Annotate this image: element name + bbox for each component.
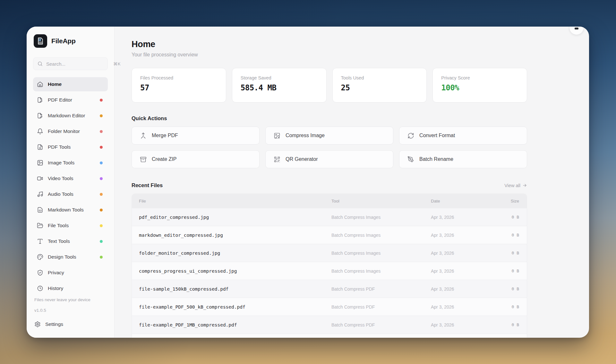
search-input[interactable] — [46, 61, 110, 67]
floating-circle-button[interactable] — [569, 27, 584, 35]
file-pen-icon — [37, 97, 43, 103]
qr-code-icon — [274, 156, 280, 163]
sidebar-item-image-tools[interactable]: Image Tools — [33, 156, 108, 170]
table-row[interactable]: pdf_editor_compressed.jpg Batch Compress… — [132, 208, 527, 226]
table-body: pdf_editor_compressed.jpg Batch Compress… — [132, 208, 527, 338]
file-code-icon — [37, 207, 43, 213]
app-version: v1.0.5 — [34, 308, 108, 313]
sidebar-item-markdown-editor[interactable]: Markdown Editor — [33, 109, 108, 123]
app-title: FileApp — [51, 37, 76, 45]
status-dot — [100, 256, 103, 259]
column-header-size: Size — [500, 199, 527, 203]
sidebar-item-label: Markdown Tools — [48, 207, 95, 213]
quick-actions-grid: Merge PDF Compress Image Convert Format … — [132, 127, 527, 168]
cell-date: Apr 3, 2026 — [431, 322, 500, 327]
quick-action-label: Batch Rename — [419, 156, 453, 162]
status-dot — [100, 224, 103, 227]
search-box[interactable]: ⌘K — [33, 57, 108, 70]
refresh-icon — [407, 132, 414, 139]
batch-rename-button[interactable]: Batch Rename — [399, 150, 527, 168]
table-row[interactable]: file-example_PDF_500_kB_compressed.pdf B… — [132, 298, 527, 316]
sidebar-item-label: Folder Monitor — [48, 128, 95, 134]
sidebar-item-video-tools[interactable]: Video Tools — [33, 171, 108, 186]
shield-check-icon — [37, 269, 43, 276]
cell-size: 0 B — [500, 322, 527, 327]
cell-size: 0 B — [500, 251, 527, 255]
page-title: Home — [132, 39, 527, 49]
sidebar-item-home[interactable]: Home — [33, 77, 108, 91]
cell-date: Apr 3, 2026 — [431, 286, 500, 292]
sidebar-item-label: Image Tools — [48, 160, 95, 166]
stat-card-storage-saved: Storage Saved 585.4 MB — [232, 68, 327, 103]
sidebar-item-file-tools[interactable]: File Tools — [33, 219, 108, 233]
cell-tool: Batch Compress PDF — [331, 286, 431, 292]
cell-file: file-sample_150kB_compressed.pdf — [132, 286, 331, 292]
create-zip-button[interactable]: Create ZIP — [132, 150, 260, 168]
cell-file: file-example_PDF_1MB_compressed.pdf — [132, 322, 331, 327]
archive-icon — [140, 156, 147, 163]
main-content: Home Your file processing overview Files… — [115, 27, 589, 338]
cell-tool: Batch Compress Images — [331, 233, 431, 238]
quick-action-label: Merge PDF — [152, 133, 178, 138]
qr-generator-button[interactable]: QR Generator — [265, 150, 393, 168]
table-row[interactable]: pdf_editor_compressed.jpg Batch Compress… — [132, 334, 527, 338]
status-dot — [100, 161, 103, 164]
column-header-tool: Tool — [331, 199, 431, 203]
sidebar-item-text-tools[interactable]: Text Tools — [33, 234, 108, 248]
quick-actions-title: Quick Actions — [132, 115, 527, 121]
status-dot — [100, 209, 103, 211]
cell-tool: Batch Compress Images — [331, 215, 431, 220]
status-dot — [100, 99, 103, 102]
view-all-label: View all — [504, 183, 520, 188]
stat-label: Privacy Score — [441, 75, 518, 80]
status-dot — [100, 240, 103, 243]
merge-pdf-button[interactable]: Merge PDF — [132, 127, 260, 145]
column-header-date: Date — [431, 199, 500, 203]
sidebar-item-design-tools[interactable]: Design Tools — [33, 250, 108, 264]
merge-icon — [140, 132, 147, 139]
stat-value: 100% — [441, 83, 518, 92]
type-icon — [37, 238, 43, 244]
convert-format-button[interactable]: Convert Format — [399, 127, 527, 145]
compress-image-button[interactable]: Compress Image — [265, 127, 393, 145]
brand: FileApp — [33, 34, 108, 48]
clipped-glyph-icon — [575, 28, 578, 29]
sidebar-item-settings[interactable]: Settings — [32, 318, 108, 331]
table-row[interactable]: folder_monitor_compressed.jpg Batch Comp… — [132, 244, 527, 262]
sidebar-item-folder-monitor[interactable]: Folder Monitor — [33, 124, 108, 138]
image-down-icon — [274, 132, 280, 139]
sidebar-item-label: PDF Tools — [48, 144, 95, 150]
column-header-file: File — [132, 199, 331, 203]
sidebar-item-markdown-tools[interactable]: Markdown Tools — [33, 203, 108, 217]
sidebar-item-label: Markdown Editor — [48, 113, 95, 119]
table-row[interactable]: compress_progress_ui_compressed.jpg Batc… — [132, 262, 527, 280]
cell-file: compress_progress_ui_compressed.jpg — [132, 269, 331, 274]
table-row[interactable]: markdown_editor_compressed.jpg Batch Com… — [132, 226, 527, 244]
sidebar-nav: Home PDF Editor Markdown Editor Folder M… — [33, 77, 108, 295]
table-row[interactable]: file-sample_150kB_compressed.pdf Batch C… — [132, 280, 527, 298]
table-header: File Tool Date Size — [132, 194, 527, 208]
quick-action-label: Create ZIP — [152, 156, 176, 162]
cell-size: 0 B — [500, 286, 527, 291]
sidebar-item-label: Audio Tools — [48, 191, 95, 197]
sidebar-item-label: Home — [48, 81, 104, 87]
status-dot — [100, 130, 103, 133]
stat-card-files-processed: Files Processed 57 — [132, 68, 226, 103]
sidebar-item-pdf-editor[interactable]: PDF Editor — [33, 93, 108, 107]
view-all-link[interactable]: View all — [504, 183, 527, 188]
table-row[interactable]: file-example_PDF_1MB_compressed.pdf Batc… — [132, 316, 527, 334]
sidebar-item-privacy[interactable]: Privacy — [33, 266, 108, 280]
bell-icon — [37, 128, 43, 135]
cell-size: 0 B — [500, 233, 527, 237]
stat-label: Storage Saved — [241, 75, 318, 80]
cell-tool: Batch Compress Images — [331, 269, 431, 274]
sidebar-item-history[interactable]: History — [33, 281, 108, 295]
file-pen-icon — [37, 112, 43, 119]
stat-card-tools-used: Tools Used 25 — [332, 68, 427, 103]
sidebar-item-label: History — [48, 285, 104, 291]
cell-size: 0 B — [500, 215, 527, 219]
sidebar-item-audio-tools[interactable]: Audio Tools — [33, 187, 108, 201]
sidebar-item-pdf-tools[interactable]: PDF Tools — [33, 140, 108, 154]
cell-date: Apr 3, 2026 — [431, 304, 500, 310]
sidebar-item-label: Video Tools — [48, 176, 95, 181]
